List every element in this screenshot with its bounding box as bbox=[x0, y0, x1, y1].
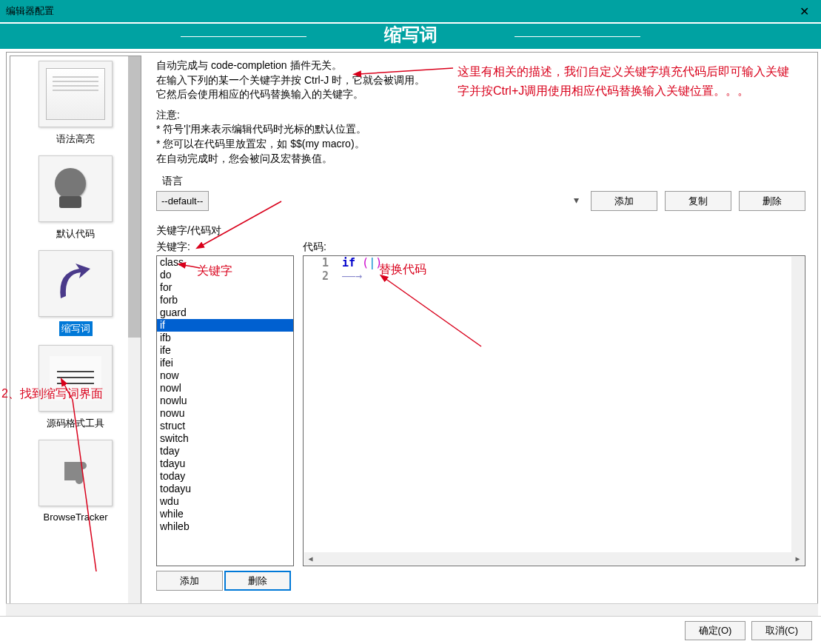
language-delete-button[interactable]: 删除 bbox=[739, 191, 805, 211]
keyword-list-item[interactable]: nowl bbox=[157, 382, 293, 395]
code-label: 代码: bbox=[303, 241, 805, 254]
language-copy-button[interactable]: 复制 bbox=[665, 191, 731, 211]
keyword-section: 关键字/代码对 关键字: classdoforforbguardififbife… bbox=[156, 224, 805, 591]
language-section: 语言 --default-- 添加 复制 删除 bbox=[156, 175, 805, 211]
code-editor[interactable]: 1 2 if (|) ——→ ◀▶ bbox=[303, 255, 805, 566]
keyword-list-item[interactable]: do bbox=[157, 269, 293, 281]
gutter-line: 2 bbox=[304, 269, 329, 283]
sidebar-item-default-code[interactable]: 默认代码 bbox=[10, 151, 141, 246]
main-area: 语法高亮 默认代码 缩写词 源码格式工具 BrowseTracker 自动完成与… bbox=[6, 52, 818, 622]
code-column: 代码: 1 2 if (|) ——→ ◀▶ bbox=[303, 241, 805, 591]
note-line: * 符号'|'用来表示编辑代码时光标的默认位置。 bbox=[156, 122, 805, 137]
keyword-list-item[interactable]: for bbox=[157, 281, 293, 294]
language-add-button[interactable]: 添加 bbox=[591, 191, 657, 211]
window-title: 编辑器配置 bbox=[6, 4, 54, 18]
close-button[interactable]: ✕ bbox=[787, 0, 821, 22]
sidebar-item-label: 缩写词 bbox=[59, 321, 93, 336]
close-icon: ✕ bbox=[800, 4, 809, 19]
code-scrollbar-horizontal[interactable]: ◀▶ bbox=[304, 552, 804, 565]
sidebar-item-label: 源码格式工具 bbox=[44, 416, 107, 431]
sidebar-scrollbar[interactable] bbox=[128, 56, 141, 617]
sidebar-item-syntax-highlight[interactable]: 语法高亮 bbox=[10, 56, 141, 151]
content-pane: 自动完成与 code-completion 插件无关。 在输入下列的某一个关键字… bbox=[144, 53, 817, 621]
keyword-list-item[interactable]: tdayu bbox=[157, 457, 293, 470]
note-line: * 您可以在代码里放置宏，如 $$(my macro)。 bbox=[156, 137, 805, 152]
description-block: 自动完成与 code-completion 插件无关。 在输入下列的某一个关键字… bbox=[156, 58, 805, 166]
page-title: 缩写词 bbox=[384, 24, 438, 44]
keyword-list-item[interactable]: switch bbox=[157, 432, 293, 445]
main-horizontal-scrollbar[interactable] bbox=[6, 603, 818, 616]
keyword-list-item[interactable]: guard bbox=[157, 306, 293, 319]
keyword-list-item[interactable]: nowlu bbox=[157, 395, 293, 407]
code-body: if (|) ——→ bbox=[333, 256, 805, 566]
sidebar-item-source-format[interactable]: 源码格式工具 bbox=[10, 341, 141, 435]
keyword-delete-button[interactable]: 删除 bbox=[224, 571, 291, 591]
code-scrollbar-vertical[interactable] bbox=[791, 257, 804, 552]
note-label: 注意: bbox=[156, 108, 805, 123]
keyword-list-item[interactable]: forb bbox=[157, 294, 293, 306]
keyword-listbox[interactable]: classdoforforbguardififbifeifeinownowlno… bbox=[156, 255, 294, 566]
sidebar-item-label: 语法高亮 bbox=[54, 132, 97, 147]
keyword-list-item[interactable]: while bbox=[157, 508, 293, 520]
keyword-list-column: 关键字: classdoforforbguardififbifeifeinown… bbox=[156, 241, 294, 591]
sidebar: 语法高亮 默认代码 缩写词 源码格式工具 BrowseTracker bbox=[10, 56, 141, 618]
cancel-button[interactable]: 取消(C) bbox=[751, 621, 812, 640]
desc-line: 它然后会使用相应的代码替换输入的关键字。 bbox=[156, 87, 805, 102]
keyword-list-item[interactable]: nowu bbox=[157, 407, 293, 420]
language-select-wrap: --default-- bbox=[156, 191, 583, 211]
keyword-list-item[interactable]: today bbox=[157, 470, 293, 483]
sidebar-item-label: BrowseTracker bbox=[41, 511, 110, 523]
keyword-header: 关键字/代码对 bbox=[156, 224, 805, 238]
language-label: 语言 bbox=[162, 175, 805, 188]
ok-button[interactable]: 确定(O) bbox=[685, 621, 745, 640]
language-select[interactable]: --default-- bbox=[156, 191, 209, 211]
titlebar: 编辑器配置 ✕ bbox=[0, 0, 821, 22]
keyword-list-item[interactable]: class bbox=[157, 256, 293, 269]
code-line: ——→ bbox=[342, 269, 805, 283]
desc-line: 自动完成与 code-completion 插件无关。 bbox=[156, 58, 805, 73]
keyword-list-item[interactable]: whileb bbox=[157, 520, 293, 533]
code-line: if (|) bbox=[342, 256, 805, 269]
keyword-add-button[interactable]: 添加 bbox=[156, 571, 223, 591]
keyword-list-item[interactable]: struct bbox=[157, 420, 293, 432]
sidebar-item-label: 默认代码 bbox=[54, 227, 97, 241]
tools-icon bbox=[38, 345, 113, 412]
code-gutter: 1 2 bbox=[304, 256, 333, 566]
dialog-footer: 确定(O) 取消(C) bbox=[0, 616, 821, 644]
keyword-list-label: 关键字: bbox=[156, 241, 294, 254]
keyword-list-item[interactable]: if bbox=[157, 319, 293, 332]
swirl-arrow-icon bbox=[38, 250, 113, 317]
keyword-list-item[interactable]: tday bbox=[157, 445, 293, 457]
desc-line: 在输入下列的某一个关键字并按 Ctrl-J 时，它就会被调用。 bbox=[156, 73, 805, 88]
keyword-list-item[interactable]: ifb bbox=[157, 332, 293, 344]
keyword-list-item[interactable]: now bbox=[157, 369, 293, 382]
keyword-list-item[interactable]: todayu bbox=[157, 483, 293, 495]
sidebar-item-abbreviations[interactable]: 缩写词 bbox=[10, 246, 141, 341]
stamp-icon bbox=[38, 155, 113, 222]
sidebar-item-browse-tracker[interactable]: BrowseTracker bbox=[10, 435, 141, 528]
keyword-list-item[interactable]: wdu bbox=[157, 495, 293, 508]
gutter-line: 1 bbox=[304, 256, 329, 269]
puzzle-icon bbox=[38, 440, 113, 506]
page-header: 缩写词 bbox=[0, 24, 821, 49]
note-line: 在自动完成时，您会被问及宏替换值。 bbox=[156, 152, 805, 167]
doc-icon bbox=[38, 61, 113, 127]
keyword-list-item[interactable]: ifei bbox=[157, 357, 293, 369]
keyword-list-item[interactable]: ife bbox=[157, 344, 293, 357]
